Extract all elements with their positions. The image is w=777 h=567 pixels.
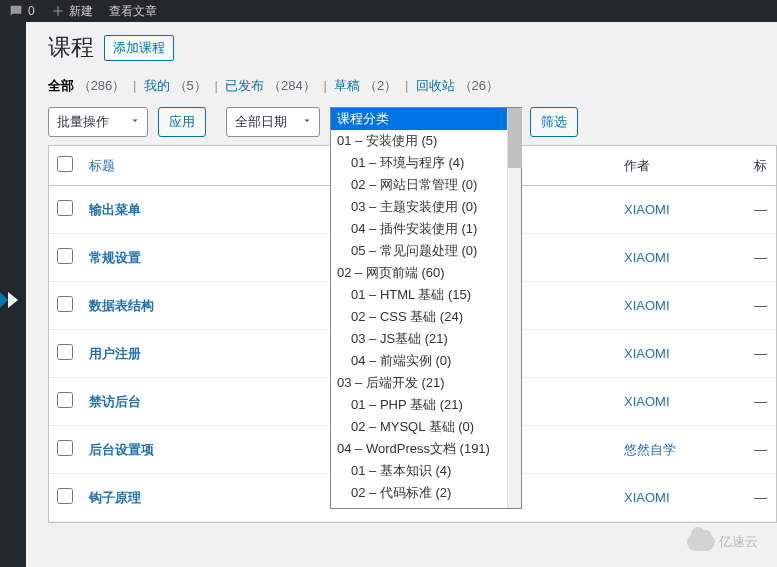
watermark: 亿速云 xyxy=(677,527,767,557)
category-option[interactable]: 01 – 环境与程序 (4) xyxy=(331,152,507,174)
page-title: 课程 xyxy=(48,32,94,63)
tablenav: 批量操作 应用 全部日期 课程分类 课程分类01 – 安装使用 (5)01 – … xyxy=(48,107,777,137)
category-option[interactable]: 02 – 代码标准 (2) xyxy=(331,482,507,504)
chevron-down-icon xyxy=(301,115,313,130)
row-checkbox[interactable] xyxy=(57,488,73,504)
column-author: 作者 xyxy=(616,146,746,186)
post-title-link[interactable]: 数据表结构 xyxy=(89,298,154,313)
admin-bar-view-posts[interactable]: 查看文章 xyxy=(109,3,157,20)
plus-icon xyxy=(51,4,65,18)
add-new-button[interactable]: 添加课程 xyxy=(104,35,174,61)
category-option[interactable]: 03 – 主题安装使用 (0) xyxy=(331,196,507,218)
category-cell: — xyxy=(746,282,776,330)
post-title-link[interactable]: 禁访后台 xyxy=(89,394,141,409)
post-title-link[interactable]: 输出菜单 xyxy=(89,202,141,217)
row-checkbox[interactable] xyxy=(57,392,73,408)
category-cell: — xyxy=(746,474,776,522)
filter-mine[interactable]: 我的 xyxy=(144,78,170,93)
category-option[interactable]: 课程分类 xyxy=(331,108,507,130)
filter-published[interactable]: 已发布 xyxy=(225,78,264,93)
row-checkbox[interactable] xyxy=(57,344,73,360)
comments-count: 0 xyxy=(28,4,35,18)
column-category: 标 xyxy=(746,146,776,186)
admin-bar-comments[interactable]: 0 xyxy=(8,3,35,19)
category-option[interactable]: 05 – 常见问题处理 (0) xyxy=(331,240,507,262)
filter-draft[interactable]: 草稿 xyxy=(334,78,360,93)
row-checkbox[interactable] xyxy=(57,440,73,456)
category-option[interactable]: 03 – 后端开发 (21) xyxy=(331,372,507,394)
category-option[interactable]: 02 – 网页前端 (60) xyxy=(331,262,507,284)
category-option[interactable]: 02 – CSS 基础 (24) xyxy=(331,306,507,328)
dropdown-scrollbar[interactable] xyxy=(507,108,521,508)
admin-bar: 0 新建 查看文章 xyxy=(0,0,777,22)
category-dropdown: 课程分类01 – 安装使用 (5)01 – 环境与程序 (4)02 – 网站日常… xyxy=(330,107,522,509)
chevron-down-icon xyxy=(129,115,141,130)
category-cell: — xyxy=(746,378,776,426)
row-checkbox[interactable] xyxy=(57,248,73,264)
author-link[interactable]: XIAOMI xyxy=(624,298,670,313)
post-title-link[interactable]: 用户注册 xyxy=(89,346,141,361)
scrollbar-thumb[interactable] xyxy=(508,108,522,168)
apply-button[interactable]: 应用 xyxy=(158,107,206,137)
category-option[interactable]: 01 – PHP 基础 (21) xyxy=(331,394,507,416)
select-all-checkbox[interactable] xyxy=(57,156,73,172)
select-all-header[interactable] xyxy=(49,146,81,186)
category-option[interactable]: 01 – HTML 基础 (15) xyxy=(331,284,507,306)
category-option[interactable]: 03 – 文件结构 (5) xyxy=(331,504,507,508)
date-select[interactable]: 全部日期 xyxy=(226,107,320,137)
filter-trash[interactable]: 回收站 xyxy=(416,78,455,93)
row-checkbox[interactable] xyxy=(57,200,73,216)
category-option[interactable]: 04 – WordPress文档 (191) xyxy=(331,438,507,460)
post-title-link[interactable]: 后台设置项 xyxy=(89,442,154,457)
cloud-icon xyxy=(687,533,715,551)
category-option[interactable]: 03 – JS基础 (21) xyxy=(331,328,507,350)
category-option[interactable]: 01 – 安装使用 (5) xyxy=(331,130,507,152)
admin-bar-new[interactable]: 新建 xyxy=(51,3,93,20)
new-label: 新建 xyxy=(69,3,93,20)
category-option[interactable]: 01 – 基本知识 (4) xyxy=(331,460,507,482)
author-link[interactable]: XIAOMI xyxy=(624,394,670,409)
status-filters: 全部 （286） | 我的 （5） | 已发布 （284） | 草稿 （2） |… xyxy=(48,77,777,95)
filter-button[interactable]: 筛选 xyxy=(530,107,578,137)
row-checkbox[interactable] xyxy=(57,296,73,312)
author-link[interactable]: XIAOMI xyxy=(624,250,670,265)
comment-icon xyxy=(8,3,24,19)
category-cell: — xyxy=(746,426,776,474)
category-cell: — xyxy=(746,330,776,378)
bulk-action-select[interactable]: 批量操作 xyxy=(48,107,148,137)
sidebar-current-indicator xyxy=(0,292,8,308)
category-option[interactable]: 04 – 插件安装使用 (1) xyxy=(331,218,507,240)
author-link[interactable]: XIAOMI xyxy=(624,202,670,217)
post-title-link[interactable]: 常规设置 xyxy=(89,250,141,265)
author-link[interactable]: XIAOMI xyxy=(624,490,670,505)
author-link[interactable]: XIAOMI xyxy=(624,346,670,361)
category-cell: — xyxy=(746,186,776,234)
category-option[interactable]: 02 – 网站日常管理 (0) xyxy=(331,174,507,196)
category-cell: — xyxy=(746,234,776,282)
main-content: 课程 添加课程 全部 （286） | 我的 （5） | 已发布 （284） | … xyxy=(26,22,777,523)
category-option[interactable]: 02 – MYSQL 基础 (0) xyxy=(331,416,507,438)
author-link[interactable]: 悠然自学 xyxy=(624,442,676,457)
filter-all[interactable]: 全部 xyxy=(48,78,74,93)
category-option[interactable]: 04 – 前端实例 (0) xyxy=(331,350,507,372)
post-title-link[interactable]: 钩子原理 xyxy=(89,490,141,505)
